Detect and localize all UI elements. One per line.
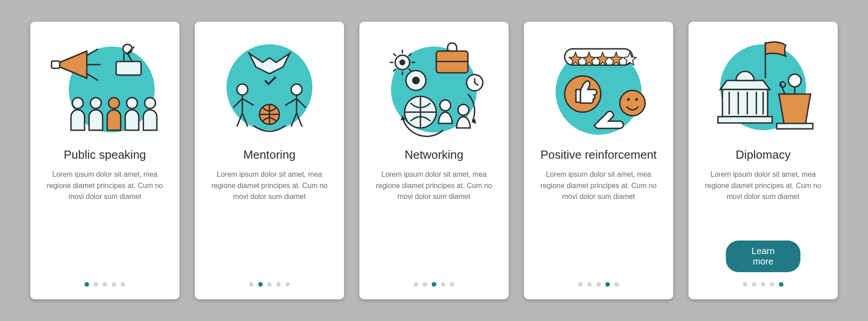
card-description: Lorem ipsum dolor sit amet, mea regione … — [702, 169, 824, 203]
card-description: Lorem ipsum dolor sit amet, mea regione … — [208, 169, 330, 203]
svg-point-22 — [458, 104, 469, 115]
dot[interactable] — [423, 282, 427, 287]
learn-more-button[interactable]: Learn more — [726, 241, 801, 272]
svg-rect-31 — [718, 117, 772, 123]
card-title: Mentoring — [243, 148, 296, 162]
dot[interactable] — [578, 282, 583, 287]
card-title: Positive reinforcement — [540, 148, 656, 162]
dot[interactable] — [414, 282, 418, 287]
svg-point-11 — [291, 84, 302, 95]
dot[interactable] — [103, 282, 107, 287]
card-description: Lorem ipsum dolor sit amet, mea regione … — [373, 169, 495, 203]
page-indicator — [359, 282, 509, 287]
svg-point-27 — [627, 98, 630, 101]
svg-point-8 — [145, 98, 156, 109]
handshake-people-icon — [211, 35, 328, 139]
dot[interactable] — [85, 282, 89, 287]
onboarding-cards-row: Public speaking Lorem ipsum dolor sit am… — [12, 22, 856, 299]
dot[interactable] — [276, 282, 281, 287]
svg-point-26 — [620, 90, 645, 116]
dot[interactable] — [441, 282, 445, 287]
dot[interactable] — [752, 282, 756, 287]
svg-point-7 — [127, 98, 137, 109]
dot[interactable] — [112, 282, 116, 287]
card-title: Public speaking — [64, 148, 146, 162]
dot[interactable] — [94, 282, 98, 287]
dot[interactable] — [605, 282, 610, 287]
page-indicator — [524, 282, 673, 287]
svg-point-17 — [413, 77, 419, 84]
svg-point-4 — [72, 98, 83, 109]
page-indicator — [195, 282, 344, 287]
svg-point-10 — [237, 84, 248, 95]
svg-point-2 — [123, 44, 132, 53]
stars-thumbsup-smiley-icon — [540, 35, 657, 139]
dot[interactable] — [596, 282, 601, 287]
svg-rect-33 — [777, 123, 813, 129]
page-indicator — [689, 282, 838, 287]
card-networking: Networking Lorem ipsum dolor sit amet, m… — [359, 22, 509, 299]
globe-gears-briefcase-icon — [375, 35, 493, 139]
svg-point-28 — [635, 98, 638, 101]
page-indicator — [30, 282, 179, 287]
svg-point-6 — [108, 98, 119, 109]
card-description: Lorem ipsum dolor sit amet, mea regione … — [44, 169, 166, 203]
card-description: Lorem ipsum dolor sit amet, mea regione … — [538, 169, 660, 203]
card-title: Networking — [405, 148, 463, 162]
svg-point-5 — [90, 98, 101, 109]
card-diplomacy: Diplomacy Lorem ipsum dolor sit amet, me… — [689, 22, 838, 299]
dot[interactable] — [432, 282, 436, 287]
dot[interactable] — [249, 282, 254, 287]
dot[interactable] — [770, 282, 774, 287]
dot[interactable] — [121, 282, 125, 287]
dot[interactable] — [285, 282, 290, 287]
svg-point-21 — [440, 100, 451, 111]
dot[interactable] — [743, 282, 747, 287]
dot[interactable] — [587, 282, 592, 287]
dot[interactable] — [258, 282, 263, 287]
card-positive-reinforcement: Positive reinforcement Lorem ipsum dolor… — [524, 22, 673, 299]
card-title: Diplomacy — [736, 148, 790, 162]
card-public-speaking: Public speaking Lorem ipsum dolor sit am… — [30, 22, 179, 299]
svg-rect-3 — [116, 61, 141, 75]
svg-point-32 — [788, 74, 801, 87]
card-mentoring: Mentoring Lorem ipsum dolor sit amet, me… — [195, 22, 344, 299]
dot[interactable] — [614, 282, 619, 287]
svg-point-15 — [400, 60, 405, 65]
dot[interactable] — [267, 282, 272, 287]
government-podium-flag-icon — [704, 35, 822, 139]
dot[interactable] — [761, 282, 765, 287]
megaphone-crowd-icon — [46, 35, 164, 139]
dot[interactable] — [450, 282, 454, 287]
dot[interactable] — [779, 282, 783, 287]
svg-rect-1 — [52, 61, 60, 68]
